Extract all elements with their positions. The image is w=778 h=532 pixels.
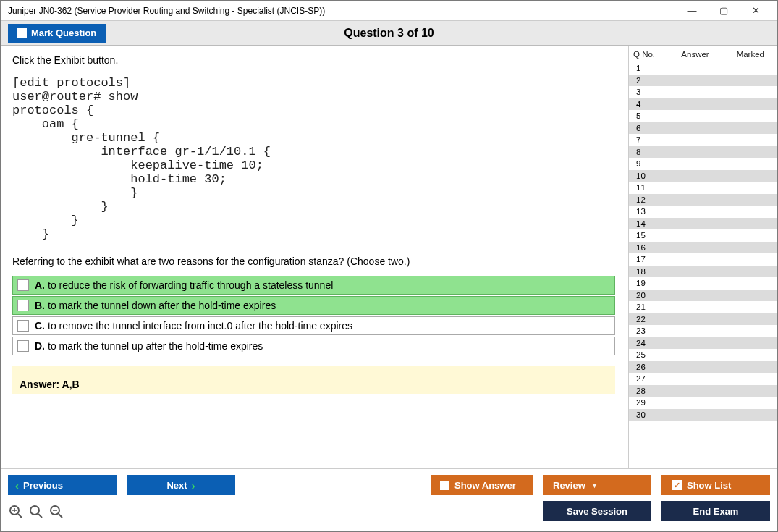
instruction-text: Click the Exhibit button. (12, 54, 615, 66)
question-row[interactable]: 22 (629, 313, 777, 326)
chevron-down-icon: ▾ (593, 481, 596, 489)
show-list-label: Show List (687, 480, 731, 491)
question-row[interactable]: 20 (629, 290, 777, 302)
question-row[interactable]: 6 (629, 122, 777, 135)
question-row[interactable]: 9 (629, 158, 777, 170)
question-indicator: Question 3 of 10 (1, 27, 777, 40)
svg-line-7 (59, 514, 62, 518)
options-list: A. to reduce the risk of forwarding traf… (12, 276, 615, 355)
question-row[interactable]: 26 (629, 361, 777, 373)
footer: ‹ Previous Next › Show Answer Review ▾ ✓… (1, 468, 777, 531)
question-list[interactable]: 1234567891011121314151617181920212223242… (629, 62, 777, 468)
answer-box: Answer: A,B (12, 366, 615, 394)
show-answer-button[interactable]: Show Answer (431, 475, 533, 495)
question-row[interactable]: 4 (629, 98, 777, 111)
main-body: Click the Exhibit button. [edit protocol… (1, 46, 777, 468)
option-text: to mark the tunnel down after the hold-t… (48, 300, 276, 311)
review-label: Review (553, 480, 585, 491)
question-row[interactable]: 17 (629, 253, 777, 266)
show-list-button[interactable]: ✓ Show List (661, 475, 770, 495)
option-letter: A. (35, 279, 45, 291)
option-checkbox[interactable] (17, 320, 29, 332)
option-b[interactable]: B. to mark the tunnel down after the hol… (12, 296, 615, 315)
question-row[interactable]: 15 (629, 229, 777, 242)
save-session-button[interactable]: Save Session (543, 501, 651, 521)
col-answer: Answer (659, 50, 731, 59)
option-letter: D. (35, 340, 45, 352)
toolbar: Mark Question Question 3 of 10 (1, 21, 777, 46)
save-session-label: Save Session (567, 506, 627, 517)
question-row[interactable]: 3 (629, 86, 777, 98)
option-checkbox[interactable] (17, 300, 29, 311)
chevron-right-icon: › (192, 479, 195, 491)
show-answer-label: Show Answer (454, 480, 516, 491)
question-row[interactable]: 16 (629, 242, 777, 254)
question-row[interactable]: 8 (629, 146, 777, 159)
mark-question-label: Mark Question (31, 28, 96, 38)
col-marked: Marked (731, 50, 773, 59)
option-checkbox[interactable] (17, 279, 29, 291)
svg-line-1 (18, 514, 22, 518)
chevron-left-icon: ‹ (15, 479, 19, 491)
question-row[interactable]: 18 (629, 266, 777, 278)
question-row[interactable]: 27 (629, 373, 777, 385)
option-text: to reduce the risk of forwarding traffic… (48, 279, 333, 291)
end-exam-button[interactable]: End Exam (661, 501, 770, 521)
question-list-pane: Q No. Answer Marked 12345678910111213141… (629, 46, 777, 468)
question-list-header: Q No. Answer Marked (629, 46, 777, 62)
check-icon: ✓ (672, 480, 682, 490)
question-row[interactable]: 10 (629, 170, 777, 182)
zoom-reset-icon[interactable] (8, 504, 24, 520)
question-row[interactable]: 25 (629, 349, 777, 361)
option-letter: C. (35, 320, 45, 332)
maximize-button[interactable]: ▢ (708, 1, 740, 21)
question-row[interactable]: 2 (629, 75, 777, 87)
answer-label: Answer: A,B (20, 379, 80, 390)
question-row[interactable]: 21 (629, 301, 777, 313)
question-row[interactable]: 29 (629, 397, 777, 409)
close-button[interactable]: ✕ (740, 1, 771, 21)
option-d[interactable]: D. to mark the tunnel up after the hold-… (12, 337, 615, 355)
zoom-in-icon[interactable] (28, 504, 44, 520)
next-label: Next (166, 480, 187, 491)
question-row[interactable]: 28 (629, 385, 777, 397)
checkbox-icon (440, 481, 449, 490)
exhibit-code: [edit protocols] user@router# show proto… (12, 76, 615, 241)
question-pane[interactable]: Click the Exhibit button. [edit protocol… (1, 46, 629, 468)
window-title: Juniper JN0-362 (Service Provider Routin… (8, 6, 676, 16)
option-text: to mark the tunnel up after the hold-tim… (48, 340, 263, 352)
option-letter: B. (35, 300, 45, 311)
question-row[interactable]: 5 (629, 110, 777, 122)
question-text: Referring to the exhibit what are two re… (12, 256, 615, 267)
question-row[interactable]: 23 (629, 325, 777, 337)
question-row[interactable]: 11 (629, 182, 777, 194)
question-row[interactable]: 7 (629, 134, 777, 146)
option-a[interactable]: A. to reduce the risk of forwarding traf… (12, 276, 615, 295)
zoom-out-icon[interactable] (48, 504, 64, 520)
app-window: Juniper JN0-362 (Service Provider Routin… (0, 0, 778, 532)
question-row[interactable]: 30 (629, 409, 777, 421)
previous-button[interactable]: ‹ Previous (8, 475, 117, 495)
minimize-button[interactable]: — (676, 1, 708, 21)
zoom-controls (8, 502, 64, 520)
question-row[interactable]: 14 (629, 218, 777, 230)
col-qno: Q No. (633, 50, 659, 59)
titlebar: Juniper JN0-362 (Service Provider Routin… (1, 1, 777, 21)
previous-label: Previous (23, 480, 63, 491)
option-checkbox[interactable] (17, 340, 29, 352)
mark-question-button[interactable]: Mark Question (8, 24, 106, 43)
question-row[interactable]: 12 (629, 194, 777, 206)
svg-line-5 (38, 514, 42, 518)
question-row[interactable]: 19 (629, 277, 777, 290)
next-button[interactable]: Next › (127, 475, 235, 495)
end-exam-label: End Exam (693, 506, 739, 517)
question-row[interactable]: 24 (629, 337, 777, 350)
checkbox-icon (17, 28, 27, 38)
review-button[interactable]: Review ▾ (543, 475, 651, 495)
question-row[interactable]: 1 (629, 62, 777, 75)
svg-point-4 (30, 506, 39, 515)
option-c[interactable]: C. to remove the tunnel interface from i… (12, 316, 615, 335)
question-row[interactable]: 13 (629, 206, 777, 218)
option-text: to remove the tunnel interface from inet… (48, 320, 352, 332)
